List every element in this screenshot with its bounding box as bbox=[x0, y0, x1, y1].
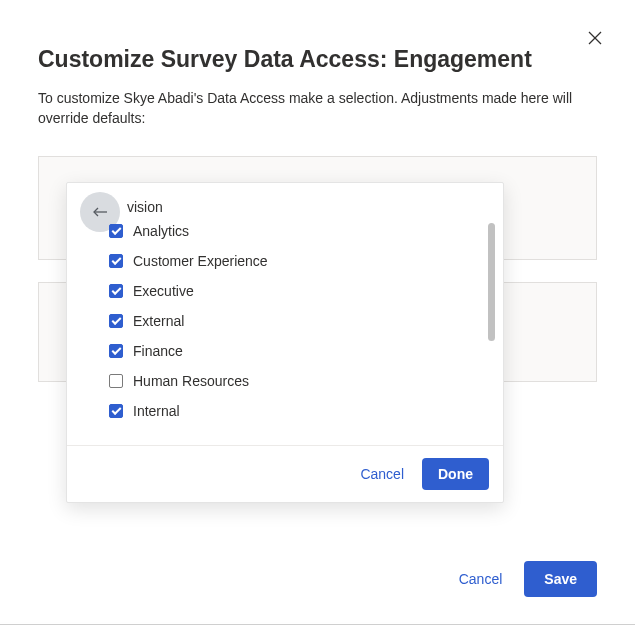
list-item[interactable]: External bbox=[109, 313, 461, 329]
popover-footer: Cancel Done bbox=[67, 445, 503, 502]
popover-header: vision bbox=[67, 183, 503, 223]
checkbox[interactable] bbox=[109, 404, 123, 418]
list-item-label: Human Resources bbox=[133, 373, 249, 389]
checkbox[interactable] bbox=[109, 314, 123, 328]
close-icon bbox=[588, 31, 602, 45]
division-popover: vision AnalyticsCustomer ExperienceExecu… bbox=[66, 182, 504, 503]
modal-description: To customize Skye Abadi's Data Access ma… bbox=[38, 89, 597, 128]
modal-title: Customize Survey Data Access: Engagement bbox=[38, 46, 597, 73]
list-item-label: Internal bbox=[133, 403, 180, 419]
list-item[interactable]: Finance bbox=[109, 343, 461, 359]
popover-done-button[interactable]: Done bbox=[422, 458, 489, 490]
popover-cancel-button[interactable]: Cancel bbox=[356, 460, 408, 488]
popover-list: AnalyticsCustomer ExperienceExecutiveExt… bbox=[109, 223, 461, 419]
list-item-label: Customer Experience bbox=[133, 253, 268, 269]
arrow-left-icon bbox=[92, 206, 108, 218]
checkbox[interactable] bbox=[109, 224, 123, 238]
checkbox[interactable] bbox=[109, 344, 123, 358]
checkbox[interactable] bbox=[109, 284, 123, 298]
cancel-button[interactable]: Cancel bbox=[455, 565, 507, 593]
checkbox[interactable] bbox=[109, 374, 123, 388]
list-item-label: External bbox=[133, 313, 184, 329]
popover-header-text: vision bbox=[127, 199, 163, 215]
close-button[interactable] bbox=[585, 28, 605, 48]
checkbox[interactable] bbox=[109, 254, 123, 268]
list-item[interactable]: Internal bbox=[109, 403, 461, 419]
popover-list-wrap: AnalyticsCustomer ExperienceExecutiveExt… bbox=[67, 223, 503, 445]
list-item-label: Finance bbox=[133, 343, 183, 359]
list-item-label: Executive bbox=[133, 283, 194, 299]
list-item[interactable]: Analytics bbox=[109, 223, 461, 239]
scrollbar-thumb[interactable] bbox=[488, 223, 495, 341]
list-item[interactable]: Customer Experience bbox=[109, 253, 461, 269]
list-item-label: Analytics bbox=[133, 223, 189, 239]
list-item[interactable]: Human Resources bbox=[109, 373, 461, 389]
save-button[interactable]: Save bbox=[524, 561, 597, 597]
modal-footer: Cancel Save bbox=[38, 547, 597, 597]
list-item[interactable]: Executive bbox=[109, 283, 461, 299]
